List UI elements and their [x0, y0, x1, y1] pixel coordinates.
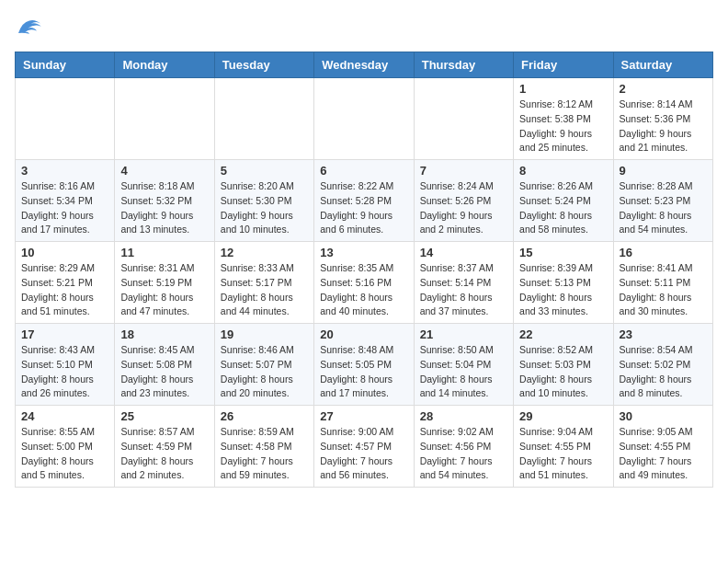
calendar-cell: 29Sunrise: 9:04 AMSunset: 4:55 PMDayligh… [514, 406, 613, 488]
calendar-cell: 28Sunrise: 9:02 AMSunset: 4:56 PMDayligh… [414, 406, 513, 488]
calendar-week-row: 3Sunrise: 8:16 AMSunset: 5:34 PMDaylight… [16, 160, 713, 242]
calendar-cell: 6Sunrise: 8:22 AMSunset: 5:28 PMDaylight… [314, 160, 414, 242]
day-info: Sunrise: 8:31 AMSunset: 5:19 PMDaylight:… [120, 261, 208, 319]
calendar-cell: 10Sunrise: 8:29 AMSunset: 5:21 PMDayligh… [16, 242, 115, 324]
calendar-header-friday: Friday [514, 52, 613, 78]
day-info: Sunrise: 8:54 AMSunset: 5:02 PMDaylight:… [620, 343, 707, 401]
calendar-cell [16, 78, 115, 160]
calendar-week-row: 17Sunrise: 8:43 AMSunset: 5:10 PMDayligh… [16, 324, 713, 406]
day-info: Sunrise: 8:22 AMSunset: 5:28 PMDaylight:… [320, 179, 407, 237]
day-info: Sunrise: 8:33 AMSunset: 5:17 PMDaylight:… [221, 261, 308, 319]
calendar-cell: 18Sunrise: 8:45 AMSunset: 5:08 PMDayligh… [115, 324, 214, 406]
calendar-cell: 15Sunrise: 8:39 AMSunset: 5:13 PMDayligh… [514, 242, 613, 324]
calendar-cell: 12Sunrise: 8:33 AMSunset: 5:17 PMDayligh… [214, 242, 313, 324]
calendar-cell: 30Sunrise: 9:05 AMSunset: 4:55 PMDayligh… [613, 406, 712, 488]
day-number: 11 [120, 246, 208, 259]
day-number: 3 [21, 164, 108, 178]
day-info: Sunrise: 8:55 AMSunset: 5:00 PMDaylight:… [21, 425, 108, 483]
calendar-week-row: 10Sunrise: 8:29 AMSunset: 5:21 PMDayligh… [16, 242, 713, 324]
day-info: Sunrise: 8:37 AMSunset: 5:14 PMDaylight:… [420, 261, 507, 319]
calendar-header-sunday: Sunday [16, 52, 115, 78]
calendar-cell: 19Sunrise: 8:46 AMSunset: 5:07 PMDayligh… [214, 324, 313, 406]
day-number: 7 [420, 164, 507, 178]
day-number: 1 [519, 82, 607, 96]
day-info: Sunrise: 8:48 AMSunset: 5:05 PMDaylight:… [320, 343, 407, 401]
day-number: 16 [620, 246, 707, 259]
day-info: Sunrise: 9:00 AMSunset: 4:57 PMDaylight:… [320, 425, 407, 483]
day-number: 22 [519, 327, 607, 341]
calendar-cell: 8Sunrise: 8:26 AMSunset: 5:24 PMDaylight… [514, 160, 613, 242]
day-info: Sunrise: 8:43 AMSunset: 5:10 PMDaylight:… [21, 343, 108, 401]
day-number: 9 [620, 164, 707, 178]
day-number: 20 [320, 327, 407, 341]
day-info: Sunrise: 8:26 AMSunset: 5:24 PMDaylight:… [519, 179, 607, 237]
day-info: Sunrise: 8:57 AMSunset: 4:59 PMDaylight:… [120, 425, 208, 483]
calendar-cell: 24Sunrise: 8:55 AMSunset: 5:00 PMDayligh… [16, 406, 115, 488]
day-info: Sunrise: 9:04 AMSunset: 4:55 PMDaylight:… [519, 425, 607, 483]
day-info: Sunrise: 8:45 AMSunset: 5:08 PMDaylight:… [120, 343, 208, 401]
day-number: 25 [120, 409, 208, 423]
calendar-cell [115, 78, 214, 160]
day-info: Sunrise: 8:24 AMSunset: 5:26 PMDaylight:… [420, 179, 507, 237]
day-info: Sunrise: 8:35 AMSunset: 5:16 PMDaylight:… [320, 261, 407, 319]
calendar-cell: 16Sunrise: 8:41 AMSunset: 5:11 PMDayligh… [613, 242, 712, 324]
day-number: 5 [221, 164, 308, 178]
calendar-cell [314, 78, 414, 160]
calendar-header-row: SundayMondayTuesdayWednesdayThursdayFrid… [16, 52, 713, 78]
day-number: 6 [320, 164, 407, 178]
day-info: Sunrise: 8:29 AMSunset: 5:21 PMDaylight:… [21, 261, 108, 319]
calendar-cell: 11Sunrise: 8:31 AMSunset: 5:19 PMDayligh… [115, 242, 214, 324]
calendar: SundayMondayTuesdayWednesdayThursdayFrid… [15, 52, 713, 488]
day-number: 4 [120, 164, 208, 178]
day-number: 12 [221, 246, 308, 259]
day-info: Sunrise: 9:05 AMSunset: 4:55 PMDaylight:… [620, 425, 707, 483]
calendar-cell: 21Sunrise: 8:50 AMSunset: 5:04 PMDayligh… [414, 324, 513, 406]
day-number: 21 [420, 327, 507, 341]
day-number: 29 [519, 409, 607, 423]
day-number: 18 [120, 327, 208, 341]
day-info: Sunrise: 8:18 AMSunset: 5:32 PMDaylight:… [120, 179, 208, 237]
calendar-week-row: 24Sunrise: 8:55 AMSunset: 5:00 PMDayligh… [16, 406, 713, 488]
calendar-cell: 1Sunrise: 8:12 AMSunset: 5:38 PMDaylight… [514, 78, 613, 160]
day-number: 19 [221, 327, 308, 341]
day-info: Sunrise: 8:14 AMSunset: 5:36 PMDaylight:… [620, 98, 707, 155]
calendar-header-saturday: Saturday [613, 52, 712, 78]
calendar-cell: 23Sunrise: 8:54 AMSunset: 5:02 PMDayligh… [613, 324, 712, 406]
calendar-cell: 25Sunrise: 8:57 AMSunset: 4:59 PMDayligh… [115, 406, 214, 488]
day-info: Sunrise: 9:02 AMSunset: 4:56 PMDaylight:… [420, 425, 507, 483]
calendar-cell: 27Sunrise: 9:00 AMSunset: 4:57 PMDayligh… [314, 406, 414, 488]
calendar-header-thursday: Thursday [414, 52, 513, 78]
day-info: Sunrise: 8:50 AMSunset: 5:04 PMDaylight:… [420, 343, 507, 401]
calendar-cell: 22Sunrise: 8:52 AMSunset: 5:03 PMDayligh… [514, 324, 613, 406]
day-info: Sunrise: 8:16 AMSunset: 5:34 PMDaylight:… [21, 179, 108, 237]
logo [15, 15, 48, 40]
day-number: 30 [620, 409, 707, 423]
day-number: 27 [320, 409, 407, 423]
day-number: 13 [320, 246, 407, 259]
calendar-cell: 13Sunrise: 8:35 AMSunset: 5:16 PMDayligh… [314, 242, 414, 324]
day-number: 14 [420, 246, 507, 259]
day-number: 17 [21, 327, 108, 341]
calendar-cell: 14Sunrise: 8:37 AMSunset: 5:14 PMDayligh… [414, 242, 513, 324]
day-number: 23 [620, 327, 707, 341]
day-number: 10 [21, 246, 108, 259]
calendar-cell: 3Sunrise: 8:16 AMSunset: 5:34 PMDaylight… [16, 160, 115, 242]
calendar-cell: 5Sunrise: 8:20 AMSunset: 5:30 PMDaylight… [214, 160, 313, 242]
logo-bird-icon [15, 15, 44, 40]
calendar-cell [214, 78, 313, 160]
day-number: 26 [221, 409, 308, 423]
calendar-cell: 26Sunrise: 8:59 AMSunset: 4:58 PMDayligh… [214, 406, 313, 488]
day-number: 15 [519, 246, 607, 259]
day-info: Sunrise: 8:28 AMSunset: 5:23 PMDaylight:… [620, 179, 707, 237]
calendar-header-monday: Monday [115, 52, 214, 78]
day-info: Sunrise: 8:46 AMSunset: 5:07 PMDaylight:… [221, 343, 308, 401]
calendar-header-tuesday: Tuesday [214, 52, 313, 78]
calendar-cell: 2Sunrise: 8:14 AMSunset: 5:36 PMDaylight… [613, 78, 712, 160]
day-number: 8 [519, 164, 607, 178]
calendar-cell: 7Sunrise: 8:24 AMSunset: 5:26 PMDaylight… [414, 160, 513, 242]
day-number: 2 [620, 82, 707, 96]
calendar-cell: 4Sunrise: 8:18 AMSunset: 5:32 PMDaylight… [115, 160, 214, 242]
day-info: Sunrise: 8:52 AMSunset: 5:03 PMDaylight:… [519, 343, 607, 401]
calendar-cell [414, 78, 513, 160]
header [15, 15, 713, 40]
